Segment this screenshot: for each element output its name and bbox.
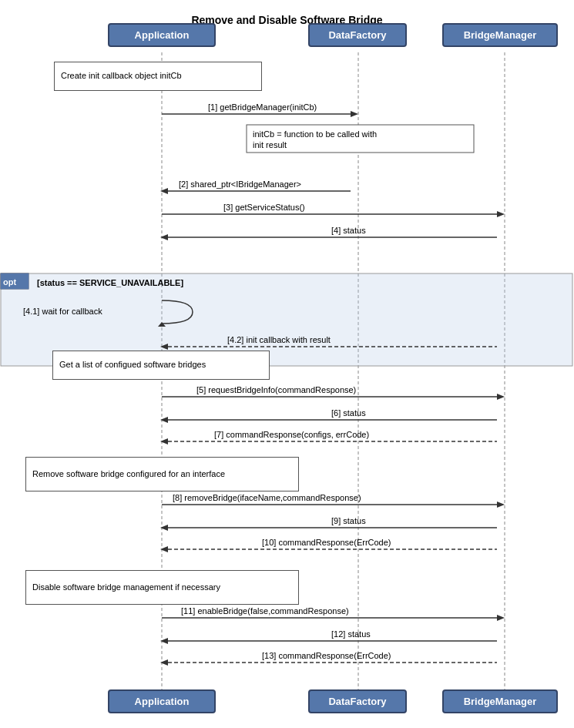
svg-text:[4.1] wait for callback: [4.1] wait for callback [23,307,102,316]
note-get-bridge-list: Get a list of configued software bridges [52,351,270,380]
svg-text:[3] getServiceStatus(): [3] getServiceStatus() [223,203,305,212]
note-remove-bridge: Remove software bridge configured for an… [25,457,299,491]
svg-marker-20 [160,417,168,423]
actor-application-top: Application [108,23,216,47]
svg-marker-16 [160,344,168,350]
svg-marker-22 [160,438,168,445]
svg-text:[status == SERVICE_UNAVAILABLE: [status == SERVICE_UNAVAILABLE] [37,278,183,287]
actor-application-bottom: Application [108,689,216,713]
svg-marker-24 [497,502,505,508]
svg-marker-28 [160,546,168,552]
svg-marker-12 [497,211,505,217]
svg-marker-6 [158,322,166,327]
svg-marker-34 [160,659,168,666]
svg-rect-4 [1,273,29,289]
svg-text:[4] status: [4] status [331,226,366,235]
actor-datafactory-bottom: DataFactory [308,689,407,713]
svg-rect-35 [247,125,474,153]
svg-marker-26 [160,525,168,531]
svg-text:[12] status: [12] status [331,629,371,639]
svg-marker-18 [497,394,505,400]
actor-datafactory-top: DataFactory [308,23,407,47]
actor-bridgemanager-top: BridgeManager [442,23,558,47]
svg-text:initCb = function to be called: initCb = function to be called with [253,129,377,139]
svg-text:init result: init result [253,140,287,149]
svg-text:[5] requestBridgeInfo(commandR: [5] requestBridgeInfo(commandResponse) [196,385,356,394]
svg-text:[9] status: [9] status [331,516,366,525]
svg-text:[1] getBridgeManager(initCb): [1] getBridgeManager(initCb) [208,102,317,112]
svg-text:opt: opt [3,277,16,287]
svg-marker-32 [160,638,168,644]
svg-text:[10] commandResponse(ErrCode): [10] commandResponse(ErrCode) [262,538,391,547]
svg-marker-8 [351,111,358,117]
note-disable-bridge: Disable software bridge management if ne… [25,570,299,605]
diagram-container: Remove and Disable Software Bridge [0,0,574,728]
actor-bridgemanager-bottom: BridgeManager [442,689,558,713]
svg-marker-30 [497,615,505,621]
svg-text:[6] status: [6] status [331,408,366,418]
note-create-init-callback: Create init callback object initCb [54,62,262,91]
svg-text:[11] enableBridge(false,comman: [11] enableBridge(false,commandResponse) [181,606,349,616]
svg-text:[2]  shared_ptr<IBridgeManager: [2] shared_ptr<IBridgeManager> [179,179,301,189]
svg-text:[4.2] init callback with resul: [4.2] init callback with result [227,335,331,344]
svg-marker-14 [160,234,168,240]
svg-text:[13] commandResponse(ErrCode): [13] commandResponse(ErrCode) [262,651,391,660]
svg-marker-10 [160,188,168,194]
svg-text:[7] commandResponse(configs, e: [7] commandResponse(configs, errCode) [214,430,369,439]
svg-text:[8] removeBridge(ifaceName,com: [8] removeBridge(ifaceName,commandRespon… [173,493,361,502]
svg-marker-5 [1,273,29,289]
